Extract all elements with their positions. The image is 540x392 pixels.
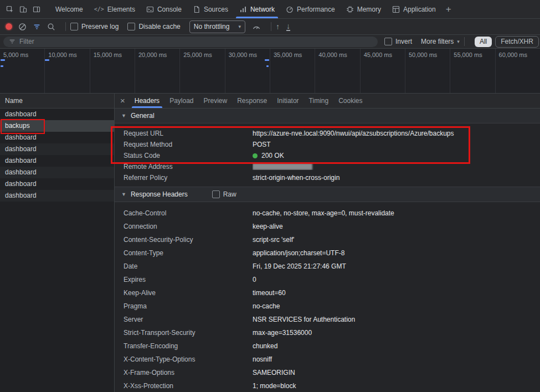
clear-icon[interactable] — [18, 22, 27, 31]
header-row: Keep-Alivetimeout=60 — [115, 286, 540, 300]
request-rows: dashboardbackupsdashboarddashboarddashbo… — [0, 109, 114, 202]
device-toolbar-icon[interactable] — [17, 3, 30, 16]
request-row[interactable]: backups — [0, 120, 114, 132]
tab-elements[interactable]: </>Elements — [89, 0, 141, 18]
timeline-activity-mark — [1, 59, 5, 61]
request-row[interactable]: dashboard — [0, 190, 114, 202]
tab-memory[interactable]: Memory — [341, 0, 387, 18]
details-tab-payload[interactable]: Payload — [164, 94, 198, 108]
filter-chip-fetch-xhr[interactable]: Fetch/XHR — [495, 36, 539, 48]
timeline-column: 10,000 ms — [45, 49, 90, 93]
triangle-expanded-icon[interactable]: ▼ — [121, 192, 126, 197]
dock-side-icon[interactable] — [30, 3, 43, 16]
timeline-tick-label: 45,000 ms — [364, 51, 392, 58]
filter-chip-all[interactable]: All — [475, 37, 492, 47]
request-row[interactable]: dashboard — [0, 132, 114, 143]
filter-input[interactable] — [19, 38, 372, 45]
preserve-log-checkbox[interactable]: Preserve log — [70, 23, 119, 30]
redacted-value — [253, 163, 312, 170]
timeline-tick-label: 30,000 ms — [229, 51, 257, 58]
header-name: Request Method — [124, 141, 253, 148]
details-tab-initiator[interactable]: Initiator — [272, 94, 304, 108]
details-tab-response[interactable]: Response — [232, 94, 272, 108]
header-name: X-Frame-Options — [124, 369, 253, 376]
tab-performance[interactable]: Performance — [280, 0, 341, 18]
checkbox-icon[interactable] — [127, 23, 135, 30]
tab-application[interactable]: Application — [387, 0, 441, 18]
details-tab-headers[interactable]: Headers — [130, 94, 164, 108]
throttling-select[interactable]: No throttling ▾ — [189, 20, 245, 33]
search-icon[interactable] — [47, 22, 55, 31]
timeline-column: 35,000 ms — [270, 49, 315, 93]
tab-label: Preview — [204, 97, 228, 105]
more-filters-label: More filters — [421, 38, 454, 45]
timeline-column: 30,000 ms — [225, 49, 270, 93]
timeline-tick-label: 55,000 ms — [454, 51, 482, 58]
header-value: max-age=31536000 — [253, 329, 312, 337]
tab-label: Network — [250, 6, 275, 13]
timeline-activity-mark — [266, 65, 269, 67]
header-name: Request URL — [124, 130, 253, 137]
sources-icon — [193, 6, 200, 13]
header-row: Remote Address — [115, 161, 540, 172]
checkbox-icon[interactable] — [384, 38, 392, 45]
header-value: NSR SERVICES for Authentication — [253, 316, 355, 323]
header-name: Status Code — [124, 152, 253, 159]
network-grid: Name dashboardbackupsdashboarddashboardd… — [0, 94, 540, 392]
request-row[interactable]: dashboard — [0, 155, 114, 167]
header-value: 1; mode=block — [253, 382, 296, 390]
header-row: ServerNSR SERVICES for Authentication — [115, 313, 540, 326]
name-column-header[interactable]: Name — [0, 94, 114, 109]
disable-cache-label: Disable cache — [138, 23, 180, 30]
timeline-tick-label: 25,000 ms — [183, 51, 212, 58]
export-har-icon[interactable]: ↓ — [286, 22, 290, 31]
request-row[interactable]: dashboard — [0, 178, 114, 190]
header-row: Content-Typeapplication/json;charset=UTF… — [115, 246, 540, 260]
throttling-value: No throttling — [194, 23, 230, 30]
inspect-element-icon[interactable] — [3, 3, 17, 16]
details-tab-preview[interactable]: Preview — [199, 94, 233, 108]
details-tab-cookies[interactable]: Cookies — [333, 94, 367, 108]
disable-cache-checkbox[interactable]: Disable cache — [127, 23, 180, 30]
header-row: Request URLhttps://azure-nve.local:9090/… — [115, 128, 540, 139]
timeline-column: 5,000 ms — [0, 49, 45, 93]
timeline-tick-label: 20,000 ms — [138, 51, 167, 58]
header-row: Expires0 — [115, 273, 540, 286]
record-icon[interactable] — [6, 23, 12, 30]
timeline-tick-label: 10,000 ms — [48, 51, 76, 58]
response-header-rows: Cache-Controlno-cache, no-store, max-age… — [115, 202, 540, 392]
invert-checkbox[interactable]: Invert — [384, 38, 412, 45]
header-row: Content-Security-Policyscript-src 'self' — [115, 233, 540, 246]
raw-checkbox[interactable]: Raw — [212, 190, 236, 198]
header-name: Strict-Transport-Security — [124, 329, 253, 337]
tab-network[interactable]: Network — [234, 0, 280, 18]
details-tab-timing[interactable]: Timing — [304, 94, 334, 108]
response-headers-section-header[interactable]: ▼ Response Headers Raw — [115, 187, 540, 202]
timeline-tick-label: 60,000 ms — [499, 51, 527, 58]
header-value: keep-alive — [253, 223, 283, 230]
triangle-expanded-icon[interactable]: ▼ — [121, 113, 126, 118]
import-har-icon[interactable]: ↑ — [276, 23, 280, 30]
network-conditions-icon[interactable] — [252, 22, 261, 31]
header-value: 200 OK — [261, 152, 284, 159]
tab-label: Response — [237, 97, 267, 105]
tab-sources[interactable]: Sources — [187, 0, 234, 18]
network-overview-timeline[interactable]: 5,000 ms10,000 ms15,000 ms20,000 ms25,00… — [0, 49, 540, 94]
tab-console[interactable]: Console — [141, 0, 187, 18]
general-section-header[interactable]: ▼ General — [115, 109, 540, 123]
filter-icon[interactable] — [32, 22, 41, 31]
tab-welcome[interactable]: Welcome — [50, 0, 89, 18]
more-filters-button[interactable]: More filters ▾ — [421, 38, 460, 45]
request-row[interactable]: dashboard — [0, 167, 114, 178]
close-icon[interactable]: × — [120, 94, 125, 108]
checkbox-icon[interactable] — [212, 190, 220, 198]
request-row[interactable]: dashboard — [0, 143, 114, 155]
request-row[interactable]: dashboard — [0, 109, 114, 120]
header-name: Remote Address — [124, 163, 253, 171]
performance-icon — [286, 6, 294, 13]
timeline-tick-label: 40,000 ms — [318, 51, 347, 58]
more-tabs-button[interactable]: + — [446, 0, 451, 18]
toolbar-left-icons — [0, 3, 43, 16]
checkbox-icon[interactable] — [70, 23, 78, 30]
filter-input-wrap[interactable] — [3, 37, 378, 47]
